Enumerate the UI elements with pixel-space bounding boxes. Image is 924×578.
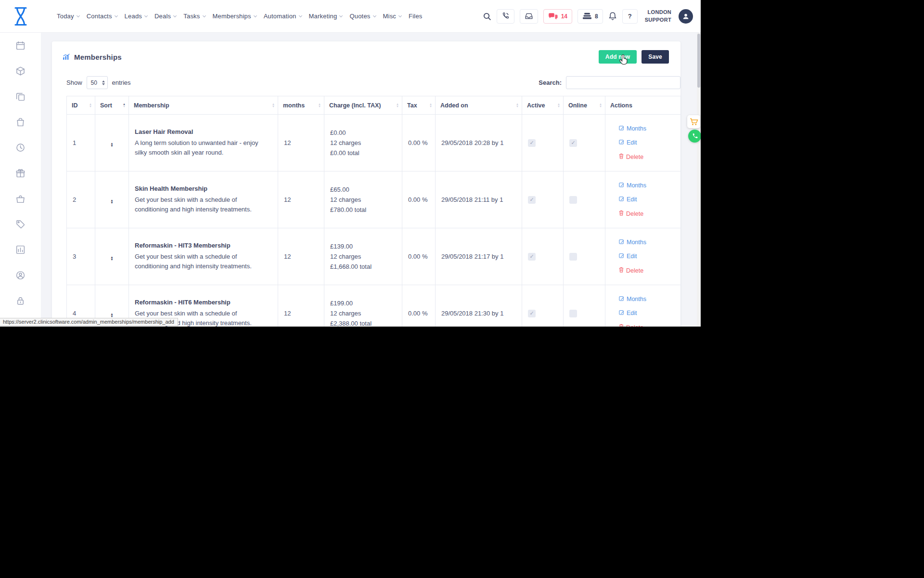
sidebar-item-shopping-bag[interactable] <box>0 110 41 136</box>
save-button[interactable]: Save <box>642 50 669 64</box>
cell-charge: £0.0012 charges£0.00 total <box>324 115 402 171</box>
nav-item-memberships[interactable]: Memberships <box>213 13 257 20</box>
active-checkbox[interactable]: ✓ <box>528 196 536 204</box>
edit-link[interactable]: Edit <box>619 310 675 316</box>
tag-icon <box>15 219 26 231</box>
cart-float-button[interactable] <box>687 115 700 128</box>
online-checkbox[interactable] <box>569 310 577 317</box>
column-header-membership[interactable]: Membership▲▼ <box>129 96 278 115</box>
drag-sort-handle[interactable]: ▲▼ <box>110 313 113 318</box>
nav-item-label: Automation <box>264 13 296 20</box>
months-link[interactable]: Months <box>619 182 675 189</box>
sidebar-item-package[interactable] <box>0 59 41 85</box>
scrollbar-thumb[interactable] <box>697 34 700 88</box>
table-controls: Show 50 entries Search: <box>52 68 680 96</box>
phone-button[interactable] <box>497 9 514 24</box>
app-window: TodayContactsLeadsDealsTasksMembershipsA… <box>0 0 701 327</box>
help-button[interactable]: ? <box>622 9 638 24</box>
nav-item-files[interactable]: Files <box>409 13 422 20</box>
edit-link[interactable]: Edit <box>619 196 675 203</box>
nav-item-leads[interactable]: Leads <box>125 13 147 20</box>
cell-added-on: 29/05/2018 21:30 by 1 <box>436 285 522 327</box>
inbox-button[interactable] <box>520 9 538 24</box>
column-header-added-on[interactable]: Added on▲▼ <box>436 96 522 115</box>
charge-charge: £199.00 <box>330 298 396 308</box>
edit-link[interactable]: Edit <box>619 253 675 260</box>
column-header-months[interactable]: months▲▼ <box>278 96 324 115</box>
drag-sort-handle[interactable]: ▲▼ <box>110 256 113 261</box>
active-checkbox[interactable]: ✓ <box>528 253 536 261</box>
charge-charges: 12 charges <box>330 195 396 205</box>
add-new-button[interactable]: Add new <box>599 50 637 64</box>
chat-button[interactable]: 14 <box>543 9 572 24</box>
sidebar-item-copy[interactable] <box>0 85 41 110</box>
drag-sort-handle[interactable]: ▲▼ <box>110 142 113 147</box>
search-input[interactable] <box>566 76 680 89</box>
added-on-value: 29/05/2018 21:17 by 1 <box>441 253 503 260</box>
nav-item-label: Today <box>57 13 74 20</box>
row-actions: MonthsEditDelete <box>611 182 675 217</box>
whatsapp-float-button[interactable] <box>688 130 701 143</box>
online-checkbox[interactable]: ✓ <box>569 139 577 147</box>
pencil-square-icon <box>619 296 624 302</box>
action-label: Months <box>627 125 646 132</box>
charge-total: £1,668.00 total <box>330 262 396 272</box>
months-link[interactable]: Months <box>619 239 675 246</box>
months-link[interactable]: Months <box>619 125 675 132</box>
nav-item-marketing[interactable]: Marketing <box>309 13 343 20</box>
nav-item-deals[interactable]: Deals <box>154 13 176 20</box>
column-header-online[interactable]: Online▲▼ <box>564 96 605 115</box>
delete-link[interactable]: Delete <box>619 210 675 217</box>
column-header-sort[interactable]: Sort▲▼ <box>95 96 129 115</box>
sidebar-item-user[interactable] <box>0 263 41 289</box>
vertical-scrollbar[interactable] <box>697 33 701 327</box>
column-header-charge-incl-tax[interactable]: Charge (Incl. TAX)▲▼ <box>324 96 402 115</box>
nav-item-misc[interactable]: Misc <box>383 13 402 20</box>
cell-added-on: 29/05/2018 20:28 by 1 <box>436 115 522 171</box>
column-header-id[interactable]: ID▲▼ <box>67 96 95 115</box>
edit-link[interactable]: Edit <box>619 139 675 146</box>
months-link[interactable]: Months <box>619 296 675 302</box>
trash-icon <box>619 267 624 274</box>
nav-item-automation[interactable]: Automation <box>264 13 302 20</box>
sidebar-item-tag[interactable] <box>0 212 41 238</box>
sidebar-item-lock[interactable] <box>0 289 41 315</box>
months-value: 12 <box>284 139 291 146</box>
clinicsoftware-logo[interactable] <box>0 6 41 26</box>
column-header-active[interactable]: Active▲▼ <box>522 96 564 115</box>
sidebar-item-calendar[interactable] <box>0 34 41 59</box>
checkmark-icon: ✓ <box>529 197 534 203</box>
nav-item-contacts[interactable]: Contacts <box>87 13 117 20</box>
delete-link[interactable]: Delete <box>619 267 675 274</box>
column-header-tax[interactable]: Tax▲▼ <box>402 96 436 115</box>
entries-select[interactable]: 50 <box>87 76 108 89</box>
bell-icon[interactable] <box>608 12 617 21</box>
sidebar-item-history[interactable] <box>0 136 41 161</box>
hourglass-logo-icon <box>12 6 29 26</box>
active-checkbox[interactable]: ✓ <box>528 310 536 317</box>
nav-item-tasks[interactable]: Tasks <box>183 13 205 20</box>
chart-title-icon <box>63 53 70 60</box>
nav-item-quotes[interactable]: Quotes <box>349 13 375 20</box>
sidebar-item-basket[interactable] <box>0 187 41 212</box>
sidebar-item-gift[interactable] <box>0 161 41 187</box>
membership-id: 1 <box>73 139 76 146</box>
delete-link[interactable]: Delete <box>619 324 675 327</box>
delete-link[interactable]: Delete <box>619 153 675 160</box>
cards-button[interactable]: 8 <box>578 9 603 24</box>
search-icon[interactable] <box>483 12 491 21</box>
basket-icon <box>15 194 26 206</box>
sort-arrows-icon: ▲▼ <box>516 103 519 108</box>
charge-charge: £139.00 <box>330 241 396 251</box>
column-label: months <box>283 102 305 109</box>
checkmark-icon: ✓ <box>571 140 575 146</box>
drag-sort-handle[interactable]: ▲▼ <box>110 199 113 204</box>
active-checkbox[interactable]: ✓ <box>528 139 536 147</box>
main-content: Memberships Add new Save Show 50 entries <box>41 33 701 327</box>
question-mark-icon: ? <box>628 13 632 20</box>
online-checkbox[interactable] <box>569 253 577 261</box>
avatar[interactable] <box>679 9 693 24</box>
online-checkbox[interactable] <box>569 196 577 204</box>
nav-item-today[interactable]: Today <box>57 13 79 20</box>
sidebar-item-chart[interactable] <box>0 238 41 263</box>
